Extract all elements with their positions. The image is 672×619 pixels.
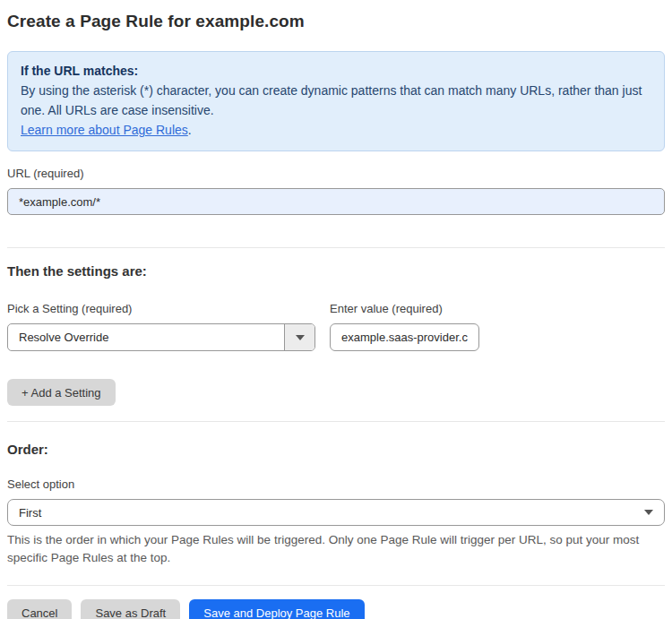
order-help-text: This is the order in which your Page Rul… [7,531,665,567]
order-select-caret-wrap [633,500,664,525]
order-section-heading: Order: [7,442,665,457]
divider [7,585,665,586]
divider [7,247,665,248]
url-matches-info-box: If the URL matches: By using the asteris… [7,51,665,151]
save-as-draft-button[interactable]: Save as Draft [81,599,180,619]
link-period: . [188,123,192,137]
setting-select-value: Resolve Override [8,331,284,344]
save-and-deploy-button[interactable]: Save and Deploy Page Rule [189,599,364,619]
setting-picker-column: Pick a Setting (required) Resolve Overri… [7,279,315,351]
setting-value-column: Enter value (required) [330,279,479,351]
page-title: Create a Page Rule for example.com [7,12,665,31]
divider [7,421,665,422]
info-box-heading: If the URL matches: [21,61,651,81]
order-select-value: First [8,506,633,520]
order-select-label: Select option [7,477,665,491]
setting-value-label: Enter value (required) [330,302,479,315]
settings-row: Pick a Setting (required) Resolve Overri… [7,279,665,351]
setting-picker-label: Pick a Setting (required) [7,302,315,315]
actions-row: Cancel Save as Draft Save and Deploy Pag… [7,599,665,619]
order-select[interactable]: First [7,499,665,526]
learn-more-link[interactable]: Learn more about Page Rules [21,123,188,137]
setting-select-arrow-button[interactable] [284,324,314,350]
url-input[interactable] [7,188,665,215]
url-field-label: URL (required) [7,167,665,180]
setting-select[interactable]: Resolve Override [7,323,315,351]
setting-value-input[interactable] [330,323,479,351]
chevron-down-icon [296,335,305,340]
cancel-button[interactable]: Cancel [7,599,72,619]
info-box-link-line: Learn more about Page Rules. [21,120,651,140]
add-setting-button[interactable]: + Add a Setting [7,379,116,406]
info-box-body: By using the asterisk (*) character, you… [21,81,651,120]
chevron-down-icon [644,510,653,515]
settings-section-heading: Then the settings are: [7,263,665,279]
